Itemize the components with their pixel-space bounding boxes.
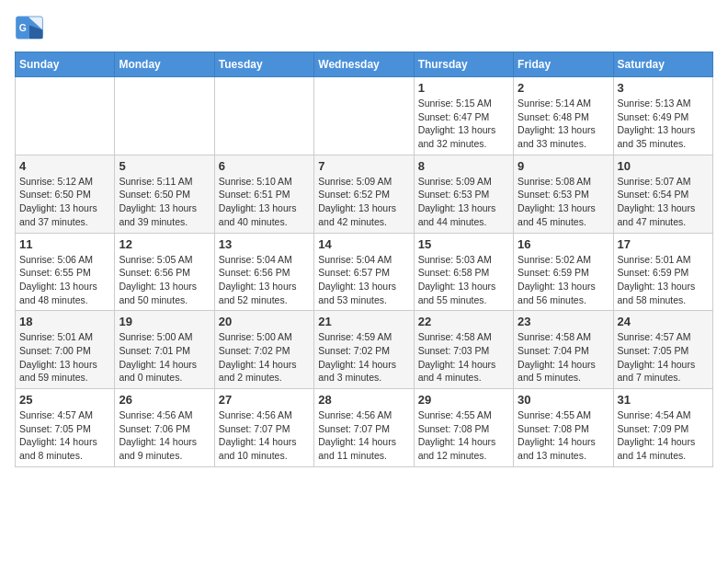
cell-content: Sunrise: 4:55 AM Sunset: 7:08 PM Dayligh… xyxy=(518,408,609,463)
day-number: 5 xyxy=(119,159,210,173)
cell-content: Sunrise: 5:00 AM Sunset: 7:02 PM Dayligh… xyxy=(219,330,310,385)
day-number: 29 xyxy=(418,393,509,407)
cell-content: Sunrise: 4:57 AM Sunset: 7:05 PM Dayligh… xyxy=(618,330,709,385)
calendar-body: 1Sunrise: 5:15 AM Sunset: 6:47 PM Daylig… xyxy=(16,77,713,467)
day-number: 21 xyxy=(318,315,409,328)
calendar-cell: 4Sunrise: 5:12 AM Sunset: 6:50 PM Daylig… xyxy=(16,155,115,233)
logo-icon: G xyxy=(15,15,44,40)
calendar-cell: 30Sunrise: 4:55 AM Sunset: 7:08 PM Dayli… xyxy=(514,389,613,467)
calendar-cell: 14Sunrise: 5:04 AM Sunset: 6:57 PM Dayli… xyxy=(314,233,414,311)
cell-content: Sunrise: 5:03 AM Sunset: 6:58 PM Dayligh… xyxy=(418,253,509,307)
day-number: 17 xyxy=(618,237,709,251)
cell-content: Sunrise: 5:06 AM Sunset: 6:55 PM Dayligh… xyxy=(19,253,110,307)
cell-content: Sunrise: 5:13 AM Sunset: 6:49 PM Dayligh… xyxy=(618,97,709,151)
calendar-cell: 7Sunrise: 5:09 AM Sunset: 6:52 PM Daylig… xyxy=(314,155,414,233)
header-day-sunday: Sunday xyxy=(16,52,115,77)
day-number: 11 xyxy=(19,237,110,251)
cell-content: Sunrise: 5:02 AM Sunset: 6:59 PM Dayligh… xyxy=(518,253,609,307)
header-day-wednesday: Wednesday xyxy=(314,52,414,77)
calendar-header: SundayMondayTuesdayWednesdayThursdayFrid… xyxy=(16,52,713,77)
cell-content: Sunrise: 5:01 AM Sunset: 7:00 PM Dayligh… xyxy=(19,330,110,385)
calendar-week-1: 1Sunrise: 5:15 AM Sunset: 6:47 PM Daylig… xyxy=(16,77,713,155)
cell-content: Sunrise: 4:56 AM Sunset: 7:07 PM Dayligh… xyxy=(219,408,310,463)
logo: G xyxy=(15,15,50,40)
cell-content: Sunrise: 5:10 AM Sunset: 6:51 PM Dayligh… xyxy=(219,175,310,229)
calendar-week-2: 4Sunrise: 5:12 AM Sunset: 6:50 PM Daylig… xyxy=(16,155,713,233)
calendar-cell: 8Sunrise: 5:09 AM Sunset: 6:53 PM Daylig… xyxy=(414,155,513,233)
calendar-week-5: 25Sunrise: 4:57 AM Sunset: 7:05 PM Dayli… xyxy=(16,389,713,467)
calendar-cell xyxy=(314,77,414,155)
day-number: 24 xyxy=(618,315,709,328)
header-day-saturday: Saturday xyxy=(613,52,712,77)
day-number: 13 xyxy=(219,237,310,251)
calendar-cell: 18Sunrise: 5:01 AM Sunset: 7:00 PM Dayli… xyxy=(16,311,115,389)
cell-content: Sunrise: 5:09 AM Sunset: 6:52 PM Dayligh… xyxy=(318,175,409,229)
calendar-cell: 28Sunrise: 4:56 AM Sunset: 7:07 PM Dayli… xyxy=(314,389,414,467)
header-day-monday: Monday xyxy=(115,52,214,77)
day-number: 8 xyxy=(418,159,509,173)
page-header: G xyxy=(15,15,713,40)
day-number: 26 xyxy=(119,393,210,407)
cell-content: Sunrise: 5:04 AM Sunset: 6:57 PM Dayligh… xyxy=(318,253,409,307)
cell-content: Sunrise: 5:12 AM Sunset: 6:50 PM Dayligh… xyxy=(19,175,110,229)
calendar-cell: 27Sunrise: 4:56 AM Sunset: 7:07 PM Dayli… xyxy=(214,389,313,467)
calendar-cell: 5Sunrise: 5:11 AM Sunset: 6:50 PM Daylig… xyxy=(115,155,214,233)
calendar-cell: 23Sunrise: 4:58 AM Sunset: 7:04 PM Dayli… xyxy=(514,311,613,389)
cell-content: Sunrise: 5:07 AM Sunset: 6:54 PM Dayligh… xyxy=(618,175,709,229)
calendar-cell: 20Sunrise: 5:00 AM Sunset: 7:02 PM Dayli… xyxy=(214,311,313,389)
cell-content: Sunrise: 4:55 AM Sunset: 7:08 PM Dayligh… xyxy=(418,408,509,463)
calendar-cell: 3Sunrise: 5:13 AM Sunset: 6:49 PM Daylig… xyxy=(613,77,712,155)
day-number: 31 xyxy=(618,393,709,407)
cell-content: Sunrise: 5:04 AM Sunset: 6:56 PM Dayligh… xyxy=(219,253,310,307)
calendar-cell: 25Sunrise: 4:57 AM Sunset: 7:05 PM Dayli… xyxy=(16,389,115,467)
cell-content: Sunrise: 4:56 AM Sunset: 7:06 PM Dayligh… xyxy=(119,408,210,463)
day-number: 27 xyxy=(219,393,310,407)
day-number: 19 xyxy=(119,315,210,328)
cell-content: Sunrise: 5:15 AM Sunset: 6:47 PM Dayligh… xyxy=(418,97,509,151)
day-number: 10 xyxy=(618,159,709,173)
cell-content: Sunrise: 4:58 AM Sunset: 7:03 PM Dayligh… xyxy=(418,330,509,385)
day-number: 18 xyxy=(19,315,110,328)
day-number: 28 xyxy=(318,393,409,407)
svg-text:G: G xyxy=(19,23,27,33)
day-number: 4 xyxy=(19,159,110,173)
day-number: 15 xyxy=(418,237,509,251)
calendar-cell: 15Sunrise: 5:03 AM Sunset: 6:58 PM Dayli… xyxy=(414,233,513,311)
day-number: 23 xyxy=(518,315,609,328)
cell-content: Sunrise: 4:57 AM Sunset: 7:05 PM Dayligh… xyxy=(19,408,110,463)
calendar-cell xyxy=(115,77,214,155)
cell-content: Sunrise: 5:08 AM Sunset: 6:53 PM Dayligh… xyxy=(518,175,609,229)
calendar-cell: 1Sunrise: 5:15 AM Sunset: 6:47 PM Daylig… xyxy=(414,77,513,155)
calendar-cell: 12Sunrise: 5:05 AM Sunset: 6:56 PM Dayli… xyxy=(115,233,214,311)
day-number: 6 xyxy=(219,159,310,173)
calendar-cell: 9Sunrise: 5:08 AM Sunset: 6:53 PM Daylig… xyxy=(514,155,613,233)
cell-content: Sunrise: 4:58 AM Sunset: 7:04 PM Dayligh… xyxy=(518,330,609,385)
day-number: 30 xyxy=(518,393,609,407)
day-number: 22 xyxy=(418,315,509,328)
header-day-thursday: Thursday xyxy=(414,52,513,77)
header-day-friday: Friday xyxy=(514,52,613,77)
header-row: SundayMondayTuesdayWednesdayThursdayFrid… xyxy=(16,52,713,77)
day-number: 9 xyxy=(518,159,609,173)
cell-content: Sunrise: 5:14 AM Sunset: 6:48 PM Dayligh… xyxy=(518,97,609,151)
cell-content: Sunrise: 4:56 AM Sunset: 7:07 PM Dayligh… xyxy=(318,408,409,463)
day-number: 16 xyxy=(518,237,609,251)
calendar-table: SundayMondayTuesdayWednesdayThursdayFrid… xyxy=(15,52,713,467)
day-number: 1 xyxy=(418,81,509,95)
day-number: 2 xyxy=(518,81,609,95)
calendar-cell: 11Sunrise: 5:06 AM Sunset: 6:55 PM Dayli… xyxy=(16,233,115,311)
calendar-cell: 26Sunrise: 4:56 AM Sunset: 7:06 PM Dayli… xyxy=(115,389,214,467)
calendar-week-4: 18Sunrise: 5:01 AM Sunset: 7:00 PM Dayli… xyxy=(16,311,713,389)
calendar-cell: 13Sunrise: 5:04 AM Sunset: 6:56 PM Dayli… xyxy=(214,233,313,311)
calendar-cell xyxy=(214,77,313,155)
day-number: 20 xyxy=(219,315,310,328)
day-number: 3 xyxy=(618,81,709,95)
day-number: 25 xyxy=(19,393,110,407)
calendar-cell: 19Sunrise: 5:00 AM Sunset: 7:01 PM Dayli… xyxy=(115,311,214,389)
day-number: 7 xyxy=(318,159,409,173)
day-number: 14 xyxy=(318,237,409,251)
calendar-cell: 17Sunrise: 5:01 AM Sunset: 6:59 PM Dayli… xyxy=(613,233,712,311)
cell-content: Sunrise: 5:01 AM Sunset: 6:59 PM Dayligh… xyxy=(618,253,709,307)
cell-content: Sunrise: 5:00 AM Sunset: 7:01 PM Dayligh… xyxy=(119,330,210,385)
header-day-tuesday: Tuesday xyxy=(214,52,313,77)
